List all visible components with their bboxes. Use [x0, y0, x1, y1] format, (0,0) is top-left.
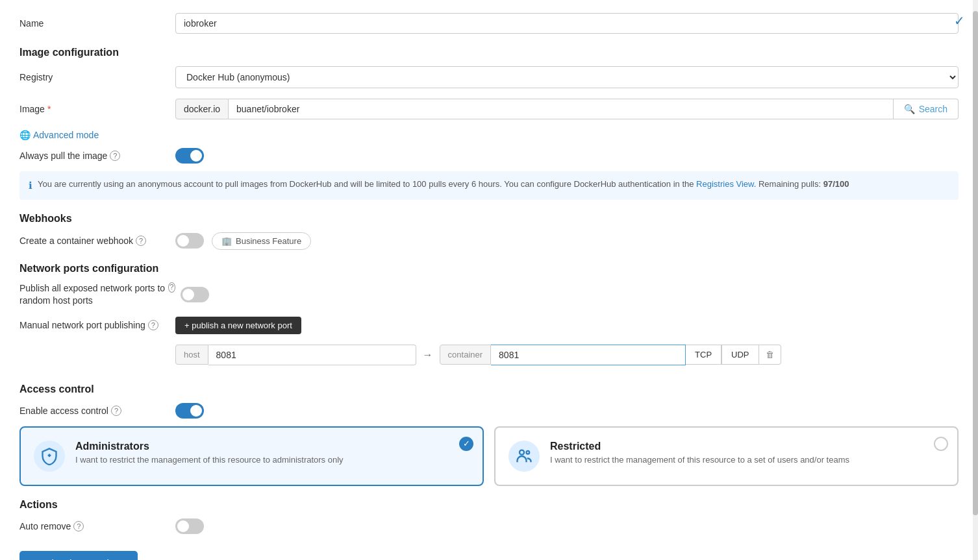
image-prefix: docker.io [175, 99, 229, 119]
shield-icon [40, 447, 58, 465]
globe-icon: 🌐 [19, 130, 31, 140]
enable-access-label: Enable access control ? [19, 406, 175, 416]
admin-card-check: ✓ [459, 437, 473, 451]
business-feature-button[interactable]: 🏢 Business Feature [212, 232, 311, 250]
manual-port-help-icon[interactable]: ? [148, 320, 158, 330]
network-ports-title: Network ports configuration [19, 263, 959, 274]
host-label: host [175, 345, 208, 365]
restricted-card-desc: I want to restrict the management of thi… [550, 455, 944, 465]
always-pull-label: Always pull the image ? [19, 151, 175, 161]
add-port-col: + publish a new network port [175, 317, 959, 334]
image-input-group: docker.io 🔍 Search [175, 99, 959, 119]
required-star: * [47, 104, 51, 114]
enable-access-toggle[interactable] [175, 403, 204, 419]
image-label: Image * [19, 104, 175, 114]
registry-label: Registry [19, 72, 175, 82]
publish-all-help-icon[interactable]: ? [168, 282, 175, 293]
registry-select-col: Docker Hub (anonymous) Docker Hub (authe… [175, 66, 959, 88]
auto-remove-help-icon[interactable]: ? [73, 521, 84, 531]
restricted-card-check [934, 437, 948, 451]
publish-all-label: Publish all exposed network ports to ran… [19, 282, 175, 308]
container-port-input[interactable] [491, 345, 686, 365]
auto-remove-label: Auto remove ? [19, 521, 175, 531]
admin-card-icon [34, 441, 65, 472]
arrow-icon: → [423, 349, 433, 361]
svg-point-3 [527, 451, 530, 454]
port-input-group: host → container TCP UDP 🗑 [175, 345, 781, 365]
webhook-slider [175, 233, 204, 249]
name-label: Name [19, 18, 175, 29]
enable-access-help-icon[interactable]: ? [111, 406, 121, 416]
image-input-col: docker.io 🔍 Search [175, 99, 959, 119]
manual-port-label: Manual network port publishing ? [19, 320, 175, 330]
auto-remove-toggle[interactable] [175, 518, 204, 534]
access-cards: Administrators I want to restrict the ma… [19, 426, 959, 486]
search-icon: 🔍 [904, 104, 915, 114]
always-pull-help-icon[interactable]: ? [110, 151, 120, 161]
publish-all-row: Publish all exposed network ports to ran… [19, 282, 959, 308]
restricted-card-title: Restricted [550, 441, 944, 452]
webhook-help-icon[interactable]: ? [136, 236, 146, 246]
top-check-icon: ✓ [954, 13, 965, 29]
add-port-button[interactable]: + publish a new network port [175, 317, 301, 334]
info-text: You are currently using an anonymous acc… [38, 178, 849, 191]
name-input-col [175, 13, 959, 34]
auto-remove-row: Auto remove ? [19, 518, 959, 534]
registry-select[interactable]: Docker Hub (anonymous) Docker Hub (authe… [175, 66, 959, 88]
host-port-input[interactable] [208, 345, 416, 365]
publish-all-toggle[interactable] [181, 287, 209, 302]
admin-card-content: Administrators I want to restrict the ma… [75, 441, 470, 465]
always-pull-row: Always pull the image ? [19, 148, 959, 164]
administrators-card[interactable]: Administrators I want to restrict the ma… [19, 426, 484, 486]
users-icon [515, 447, 533, 465]
image-config-title: Image configuration [19, 47, 959, 58]
port-entry-row: host → container TCP UDP 🗑 [19, 345, 959, 371]
actions-title: Actions [19, 499, 959, 511]
access-control-title: Access control [19, 383, 959, 395]
delete-port-button[interactable]: 🗑 [759, 345, 781, 365]
admin-card-title: Administrators [75, 441, 470, 452]
container-label: container [440, 345, 491, 365]
registry-row: Registry Docker Hub (anonymous) Docker H… [19, 66, 959, 88]
advanced-mode-link[interactable]: 🌐 Advanced mode [19, 130, 959, 140]
udp-button[interactable]: UDP [721, 345, 759, 365]
restricted-card[interactable]: Restricted I want to restrict the manage… [494, 426, 959, 486]
admin-card-desc: I want to restrict the management of thi… [75, 455, 470, 465]
webhook-controls: 🏢 Business Feature [175, 232, 311, 250]
search-button[interactable]: 🔍 Search [894, 99, 959, 119]
publish-all-slider [181, 287, 209, 302]
name-row: Name [19, 13, 959, 34]
business-icon: 🏢 [221, 236, 232, 246]
image-input[interactable] [229, 99, 894, 119]
trash-icon: 🗑 [766, 350, 774, 359]
always-pull-slider [175, 148, 204, 164]
webhook-label: Create a container webhook ? [19, 236, 175, 246]
registries-link[interactable]: Registries View [696, 179, 754, 189]
always-pull-toggle[interactable] [175, 148, 204, 164]
info-banner: ℹ You are currently using an anonymous a… [19, 171, 959, 200]
enable-access-row: Enable access control ? [19, 403, 959, 419]
image-row: Image * docker.io 🔍 Search [19, 99, 959, 119]
check-icon: ✓ [463, 439, 470, 448]
tcp-button[interactable]: TCP [686, 345, 721, 365]
scrollbar[interactable] [973, 0, 978, 560]
name-input[interactable] [175, 13, 959, 34]
webhook-toggle[interactable] [175, 233, 204, 249]
restricted-card-content: Restricted I want to restrict the manage… [550, 441, 944, 465]
manual-port-row: Manual network port publishing ? + publi… [19, 317, 959, 334]
scrollbar-thumb[interactable] [973, 11, 978, 515]
enable-access-slider [175, 403, 204, 419]
webhooks-title: Webhooks [19, 213, 959, 225]
info-icon: ℹ [29, 178, 32, 193]
auto-remove-slider [175, 518, 204, 534]
restricted-card-icon [508, 441, 540, 472]
webhook-row: Create a container webhook ? 🏢 Business … [19, 232, 959, 250]
deploy-button[interactable]: Deploy the container [19, 551, 138, 560]
svg-point-2 [520, 450, 524, 454]
